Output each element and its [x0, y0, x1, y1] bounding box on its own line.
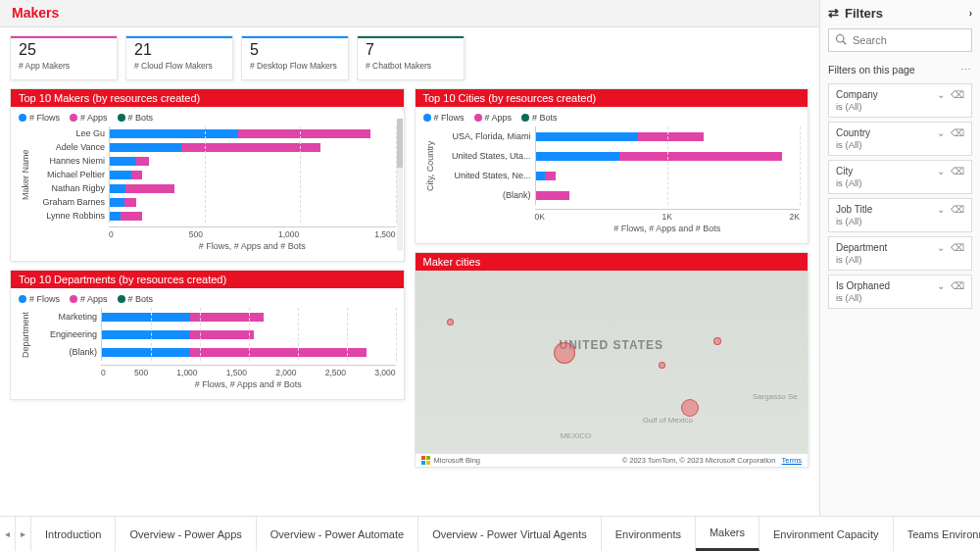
- page-tab[interactable]: Overview - Power Automate: [257, 517, 418, 551]
- page-tab[interactable]: Environments: [602, 517, 696, 551]
- filter-card[interactable]: Company ⌄ ⌫ is (All): [828, 83, 972, 118]
- map-bubble[interactable]: [554, 342, 575, 364]
- clear-filter-icon[interactable]: ⌫: [951, 280, 964, 291]
- clear-filter-icon[interactable]: ⌫: [951, 127, 964, 138]
- panel-top-cities[interactable]: Top 10 Cities (by resources created) # F…: [415, 88, 809, 244]
- filter-value: is (All): [836, 177, 964, 188]
- map-bubble[interactable]: [659, 362, 665, 369]
- bar-segment[interactable]: [131, 171, 142, 179]
- panel-top-departments[interactable]: Top 10 Departments (by resources created…: [10, 270, 405, 400]
- bar-segment[interactable]: [102, 348, 190, 357]
- map[interactable]: UNITED STATES Microsoft Bing © 2023 TomT…: [416, 271, 808, 467]
- bar-segment[interactable]: [536, 191, 569, 200]
- category-label: Nathan Rigby: [32, 183, 105, 193]
- kpi-card[interactable]: 5 # Desktop Flow Makers: [241, 35, 349, 80]
- bar-segment[interactable]: [536, 132, 638, 141]
- bar-segment[interactable]: [110, 198, 124, 207]
- page-tab[interactable]: Teams Environments: [894, 517, 980, 551]
- map-bubble[interactable]: [713, 337, 721, 345]
- filter-field-name: Job Title: [836, 204, 872, 215]
- bar-segment[interactable]: [536, 172, 546, 180]
- bar-segment[interactable]: [102, 313, 190, 322]
- panel-top-makers[interactable]: Top 10 Makers (by resources created) # F…: [10, 88, 405, 262]
- legend-item[interactable]: # Apps: [70, 113, 108, 123]
- chevron-down-icon[interactable]: ⌄: [937, 127, 945, 138]
- page-tab[interactable]: Overview - Power Apps: [116, 517, 256, 551]
- clear-filter-icon[interactable]: ⌫: [951, 166, 964, 176]
- filter-value: is (All): [836, 292, 964, 303]
- bar-segment[interactable]: [136, 157, 149, 166]
- page-tab[interactable]: Overview - Power Virtual Agents: [418, 517, 602, 551]
- more-icon[interactable]: ⋯: [960, 64, 972, 75]
- category-label: Hannes Niemi: [32, 156, 105, 166]
- legend-item[interactable]: # Bots: [118, 113, 154, 123]
- legend-item[interactable]: # Bots: [521, 113, 558, 123]
- map-bubble[interactable]: [447, 319, 454, 326]
- category-label: USA, Florida, Miami: [437, 131, 531, 141]
- filters-heading: Filters: [845, 6, 883, 21]
- page-tab[interactable]: Makers: [696, 517, 760, 551]
- legend-item[interactable]: # Flows: [423, 113, 465, 123]
- kpi-card[interactable]: 25 # App Makers: [10, 35, 118, 80]
- filter-card[interactable]: Country ⌄ ⌫ is (All): [828, 122, 972, 156]
- clear-filter-icon[interactable]: ⌫: [951, 242, 964, 253]
- bar-segment[interactable]: [190, 313, 264, 322]
- tab-next-button[interactable]: ▸: [16, 517, 31, 551]
- legend-item[interactable]: # Flows: [19, 113, 60, 123]
- map-terms-link[interactable]: Terms: [782, 456, 802, 465]
- bar-segment[interactable]: [110, 129, 238, 138]
- filter-search-input[interactable]: Search: [828, 28, 972, 52]
- x-axis-label: # Flows, # Apps and # Bots: [109, 241, 396, 251]
- filter-field-name: Company: [836, 89, 878, 100]
- kpi-card[interactable]: 21 # Cloud Flow Makers: [125, 35, 233, 80]
- clear-filter-icon[interactable]: ⌫: [951, 204, 964, 215]
- bar-segment[interactable]: [110, 171, 131, 179]
- filter-card[interactable]: Department ⌄ ⌫ is (All): [828, 236, 972, 271]
- map-region-label: Sargasso Se: [753, 392, 798, 401]
- bar-segment[interactable]: [536, 152, 620, 161]
- bar-segment[interactable]: [238, 129, 370, 138]
- bar-segment[interactable]: [619, 152, 781, 161]
- filter-card[interactable]: City ⌄ ⌫ is (All): [828, 160, 972, 194]
- bar-segment[interactable]: [110, 184, 125, 193]
- collapse-pane-icon[interactable]: ›: [969, 8, 972, 19]
- map-bubble[interactable]: [681, 399, 699, 417]
- bar-segment[interactable]: [110, 157, 136, 166]
- bar-segment[interactable]: [190, 348, 367, 357]
- bar-segment[interactable]: [545, 172, 556, 180]
- filter-field-name: City: [836, 166, 853, 176]
- filter-value: is (All): [836, 254, 964, 265]
- bar-segment[interactable]: [124, 198, 137, 207]
- kpi-card[interactable]: 7 # Chatbot Makers: [357, 35, 465, 80]
- bar-segment[interactable]: [102, 330, 190, 339]
- bar-segment[interactable]: [110, 212, 121, 221]
- clear-filter-icon[interactable]: ⌫: [951, 89, 964, 100]
- svg-rect-1: [426, 456, 430, 460]
- bar-segment[interactable]: [125, 184, 173, 193]
- panel-maker-cities-map[interactable]: Maker cities UNITED STATES Microsoft Bin…: [415, 252, 809, 468]
- filter-card[interactable]: Job Title ⌄ ⌫ is (All): [828, 198, 972, 232]
- kpi-label: # Cloud Flow Makers: [134, 61, 224, 71]
- bar-segment[interactable]: [638, 132, 704, 141]
- chevron-down-icon[interactable]: ⌄: [937, 166, 945, 176]
- legend-item[interactable]: # Apps: [70, 294, 108, 304]
- page-tab[interactable]: Environment Capacity: [760, 517, 894, 551]
- page-tab[interactable]: Introduction: [31, 517, 116, 551]
- filter-section-label: Filters on this page: [828, 64, 915, 75]
- legend-item[interactable]: # Flows: [19, 294, 60, 304]
- y-axis-label: Department: [19, 308, 32, 361]
- bar-segment[interactable]: [121, 212, 142, 221]
- scrollbar[interactable]: [397, 119, 403, 251]
- bar-segment[interactable]: [110, 143, 181, 152]
- chevron-down-icon[interactable]: ⌄: [937, 242, 945, 253]
- chevron-down-icon[interactable]: ⌄: [937, 280, 945, 291]
- kpi-label: # Chatbot Makers: [366, 61, 456, 71]
- filter-card[interactable]: Is Orphaned ⌄ ⌫ is (All): [828, 275, 972, 309]
- chevron-down-icon[interactable]: ⌄: [937, 89, 945, 100]
- tab-prev-button[interactable]: ◂: [0, 517, 16, 551]
- chevron-down-icon[interactable]: ⌄: [937, 204, 945, 215]
- report-canvas: 25 # App Makers 21 # Cloud Flow Makers 5…: [0, 27, 818, 516]
- legend-item[interactable]: # Bots: [118, 294, 154, 304]
- bing-logo: Microsoft Bing: [421, 456, 481, 466]
- legend-item[interactable]: # Apps: [474, 113, 513, 123]
